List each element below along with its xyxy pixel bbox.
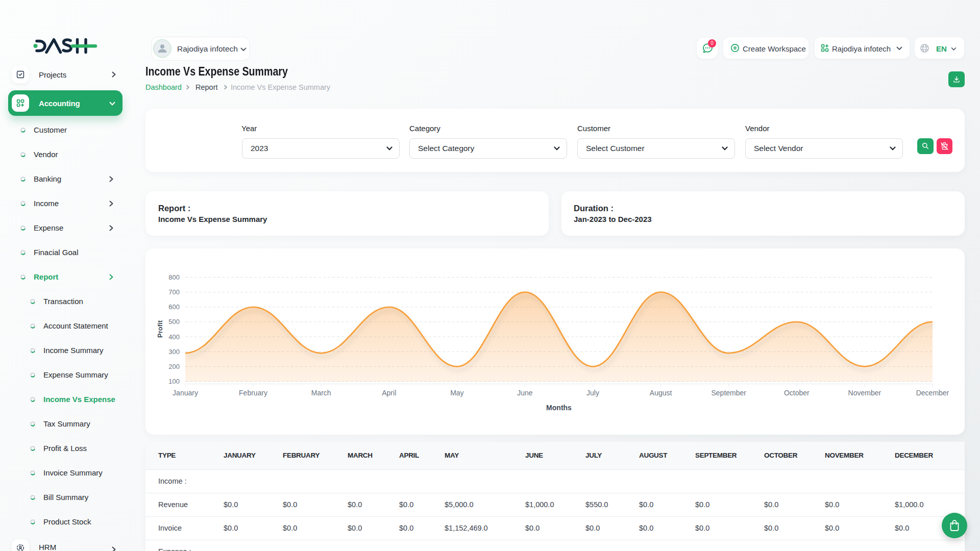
svg-text:October: October (784, 389, 810, 397)
svg-text:August: August (650, 389, 672, 397)
svg-text:March: March (311, 389, 331, 397)
svg-text:500: 500 (168, 318, 180, 325)
svg-text:April: April (382, 389, 396, 397)
svg-text:400: 400 (168, 333, 180, 341)
svg-text:November: November (848, 389, 881, 397)
svg-text:January: January (173, 389, 198, 397)
svg-text:February: February (239, 389, 267, 397)
svg-text:200: 200 (168, 363, 180, 370)
svg-text:December: December (916, 389, 949, 397)
svg-text:Profit: Profit (156, 320, 164, 338)
svg-text:July: July (586, 389, 599, 397)
svg-text:600: 600 (168, 303, 180, 311)
svg-text:May: May (450, 389, 463, 397)
svg-text:June: June (517, 389, 533, 397)
svg-text:300: 300 (168, 348, 180, 356)
svg-text:800: 800 (168, 273, 180, 281)
svg-text:100: 100 (168, 378, 180, 385)
svg-text:700: 700 (168, 288, 180, 296)
svg-text:Months: Months (546, 404, 572, 412)
svg-text:September: September (711, 389, 746, 397)
